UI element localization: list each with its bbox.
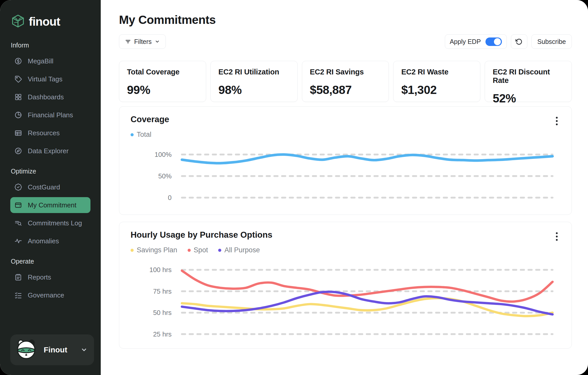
apply-edp-label: Apply EDP (450, 38, 481, 45)
kpi-card-total-coverage: Total Coverage99% (119, 61, 206, 102)
sidebar-item-commitments-log[interactable]: Commitments Log (10, 215, 90, 231)
sidebar-item-label: Resources (28, 129, 60, 137)
reset-button[interactable] (511, 34, 527, 49)
series-line-total (182, 155, 553, 163)
sidebar-item-label: Financial Plans (28, 111, 73, 119)
sidebar-item-resources[interactable]: Resources (10, 125, 90, 141)
coverage-card: Coverage Total 100%50%0 (119, 106, 572, 215)
table-icon (14, 129, 22, 137)
kpi-card-ec2-ri-savings: EC2 RI Savings$58,887 (302, 61, 389, 102)
app-window: finout InformMegaBillVirtual TagsDashboa… (0, 0, 588, 375)
apply-edp-toggle[interactable] (485, 37, 502, 46)
kpi-label: EC2 RI Savings (310, 68, 381, 76)
legend-dot (188, 249, 191, 252)
kpi-label: EC2 RI Waste (401, 68, 472, 76)
legend-label: Total (137, 131, 151, 139)
user-name: Finout (44, 345, 75, 354)
filters-button[interactable]: Filters (119, 34, 166, 49)
sidebar-nav: InformMegaBillVirtual TagsDashboardsFina… (10, 40, 94, 329)
grid-icon (14, 93, 22, 101)
y-axis-tick-label: 0 (168, 194, 171, 201)
coverage-chart-title: Coverage (131, 114, 560, 124)
toggle-knob (494, 38, 501, 45)
sidebar-item-my-commitment[interactable]: My Commitment (10, 197, 90, 213)
legend-item-all-purpose[interactable]: All Purpose (218, 246, 260, 254)
y-axis-tick-label: 100 hrs (149, 266, 172, 274)
kpi-card-ec2-ri-utilization: EC2 RI Utilization98% (210, 61, 298, 102)
legend-label: All Purpose (224, 246, 260, 254)
sidebar-item-dashboards[interactable]: Dashboards (10, 89, 90, 105)
legend-item-spot[interactable]: Spot (188, 246, 208, 254)
notepad-icon (14, 273, 22, 281)
subscribe-button[interactable]: Subscribe (531, 34, 572, 49)
kpi-value: 52% (493, 91, 564, 105)
y-axis-tick-label: 50 hrs (153, 309, 172, 316)
chart-menu-kebab-icon[interactable] (552, 231, 562, 242)
sidebar-section-label-optimize: Optimize (11, 168, 94, 175)
compass-icon (14, 147, 22, 155)
chart-menu-kebab-icon[interactable] (552, 115, 562, 127)
chevron-down-icon (155, 39, 160, 44)
sidebar-item-label: MegaBill (28, 57, 53, 65)
sidebar-item-data-explorer[interactable]: Data Explorer (10, 143, 90, 159)
legend-label: Savings Plan (137, 246, 177, 254)
filters-label: Filters (134, 38, 152, 45)
kpi-label: EC2 RI Utilization (218, 68, 290, 76)
sidebar-item-anomalies[interactable]: Anomalies (10, 233, 90, 249)
hourly-usage-line-chart: 100 hrs75 hrs50 hrs25 hrs (131, 256, 560, 340)
coverage-legend: Total (131, 131, 560, 139)
sidebar: finout InformMegaBillVirtual TagsDashboa… (0, 0, 101, 375)
sidebar-item-financial-plans[interactable]: Financial Plans (10, 107, 90, 123)
y-axis-tick-label: 75 hrs (153, 287, 172, 295)
pie-chart-icon (14, 111, 22, 119)
legend-dot (218, 249, 221, 252)
tag-icon (14, 75, 22, 83)
filter-icon (125, 39, 131, 45)
sidebar-item-governance[interactable]: Governance (10, 287, 90, 303)
list-checks-icon (14, 291, 22, 299)
chart-svg: 100%50%0 (131, 141, 560, 207)
page-title: My Commitments (119, 13, 572, 27)
badge-check-icon (14, 183, 22, 191)
kpi-value: $58,887 (310, 83, 381, 97)
kpi-value: 99% (127, 83, 198, 97)
kpi-card-ec2-ri-discount-rate: EC2 RI Discount Rate52% (485, 61, 572, 102)
list-search-icon (14, 219, 22, 227)
hourly-usage-chart-title: Hourly Usage by Purchase Options (131, 230, 560, 240)
sidebar-item-megabill[interactable]: MegaBill (10, 53, 90, 69)
kpi-card-ec2-ri-waste: EC2 RI Waste$1,302 (393, 61, 480, 102)
kpi-value: 98% (218, 83, 290, 97)
sidebar-item-costguard[interactable]: CostGuard (10, 179, 90, 195)
kpi-row: Total Coverage99%EC2 RI Utilization98%EC… (119, 61, 572, 102)
hourly-usage-legend: Savings PlanSpotAll Purpose (131, 246, 560, 254)
sidebar-item-reports[interactable]: Reports (10, 269, 90, 285)
finout-cube-logo-icon (11, 14, 25, 29)
sidebar-item-virtual-tags[interactable]: Virtual Tags (10, 71, 90, 87)
chevron-down-icon (81, 347, 87, 353)
sidebar-item-label: My Commitment (28, 201, 76, 209)
sidebar-item-label: Governance (28, 291, 64, 299)
dollar-circle-icon (14, 57, 22, 65)
hourly-usage-card: Hourly Usage by Purchase Options Savings… (119, 222, 572, 349)
y-axis-tick-label: 100% (154, 151, 171, 158)
legend-label: Spot (194, 246, 208, 254)
legend-item-total[interactable]: Total (131, 131, 151, 139)
sidebar-item-label: Data Explorer (28, 147, 69, 155)
sidebar-item-label: Virtual Tags (28, 75, 62, 83)
sidebar-item-label: Anomalies (28, 237, 59, 245)
apply-edp-control: Apply EDP (445, 34, 507, 49)
cat-mascot-avatar (15, 338, 38, 362)
kpi-value: $1,302 (401, 83, 472, 97)
controls-row: Filters Apply EDP Subscribe (119, 34, 572, 49)
rotate-ccw-icon (516, 38, 522, 45)
legend-item-savings-plan[interactable]: Savings Plan (131, 246, 177, 254)
kpi-label: EC2 RI Discount Rate (493, 68, 564, 85)
y-axis-tick-label: 25 hrs (153, 330, 172, 338)
main-content: My Commitments Filters Apply EDP Subscri… (101, 0, 588, 375)
logo-wordmark: finout (29, 15, 60, 28)
coverage-line-chart: 100%50%0 (131, 141, 560, 207)
user-card[interactable]: Finout (10, 334, 94, 365)
sidebar-item-label: Dashboards (28, 93, 64, 101)
y-axis-tick-label: 50% (158, 172, 172, 180)
sidebar-item-label: Commitments Log (28, 219, 82, 227)
